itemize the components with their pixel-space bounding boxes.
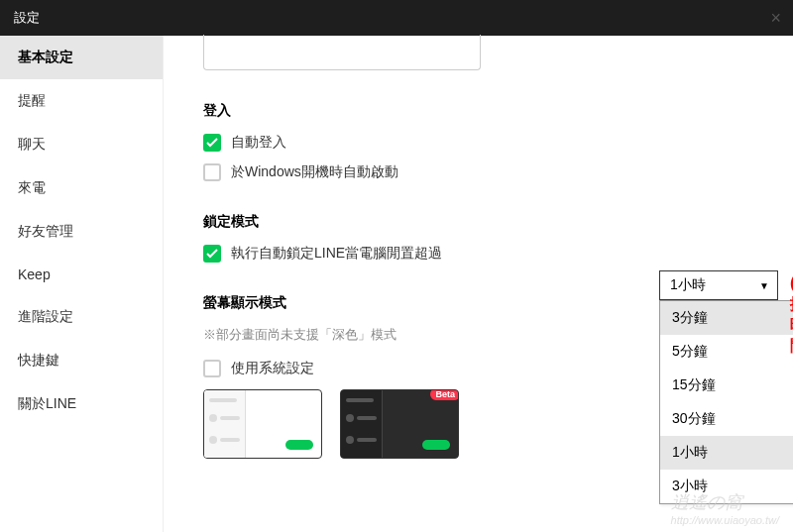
sidebar-item-keep[interactable]: Keep: [0, 254, 163, 295]
dropdown-option-15min[interactable]: 15分鐘: [660, 369, 793, 402]
text-input-partial[interactable]: [203, 35, 481, 70]
sidebar-item-alerts[interactable]: 提醒: [0, 79, 163, 123]
use-system-theme-label: 使用系統設定: [231, 360, 314, 377]
login-section-title: 登入: [203, 102, 753, 120]
sidebar-item-basic[interactable]: 基本設定: [0, 36, 163, 79]
chat-bubble-icon: [422, 440, 450, 450]
auto-login-label: 自動登入: [231, 134, 286, 152]
lock-time-menu: 3分鐘 5分鐘 15分鐘 30分鐘 1小時 3小時: [659, 300, 793, 504]
dropdown-option-5min[interactable]: 5分鐘: [660, 335, 793, 369]
settings-sidebar: 基本設定 提醒 聊天 來電 好友管理 Keep 進階設定 快捷鍵 關於LINE: [0, 36, 164, 532]
lock-section-title: 鎖定模式: [203, 213, 753, 231]
window-header: 設定 ×: [0, 0, 793, 36]
lock-time-dropdown[interactable]: 1小時 ▼: [659, 270, 778, 300]
dropdown-option-1hr[interactable]: 1小時: [660, 436, 793, 470]
dropdown-option-3min[interactable]: 3分鐘: [660, 301, 793, 335]
auto-start-checkbox[interactable]: [203, 163, 221, 181]
sidebar-item-friends[interactable]: 好友管理: [0, 210, 163, 254]
chat-bubble-icon: [285, 440, 313, 450]
sidebar-item-calls[interactable]: 來電: [0, 166, 163, 210]
sidebar-item-about[interactable]: 關於LINE: [0, 382, 163, 426]
dropdown-option-30min[interactable]: 30分鐘: [660, 402, 793, 436]
dropdown-option-3hr[interactable]: 3小時: [660, 470, 793, 503]
dropdown-selected: 1小時: [670, 276, 706, 294]
theme-dark-card[interactable]: Beta: [340, 389, 459, 459]
main-content: 登入 自動登入 於Windows開機時自動啟動 鎖定模式 執行自動鎖定LINE當…: [164, 36, 793, 532]
theme-light-card[interactable]: [203, 389, 322, 459]
auto-lock-checkbox[interactable]: [203, 245, 221, 263]
auto-start-label: 於Windows開機時自動啟動: [231, 163, 398, 181]
window-title: 設定: [14, 9, 40, 27]
sidebar-item-advanced[interactable]: 進階設定: [0, 295, 163, 339]
sidebar-item-chat[interactable]: 聊天: [0, 123, 163, 166]
close-icon[interactable]: ×: [770, 8, 781, 29]
auto-login-checkbox[interactable]: [203, 134, 221, 152]
sidebar-item-shortcuts[interactable]: 快捷鍵: [0, 339, 163, 382]
use-system-theme-checkbox[interactable]: [203, 360, 221, 377]
chevron-down-icon: ▼: [759, 280, 769, 291]
auto-lock-label: 執行自動鎖定LINE當電腦閒置超過: [231, 245, 442, 263]
